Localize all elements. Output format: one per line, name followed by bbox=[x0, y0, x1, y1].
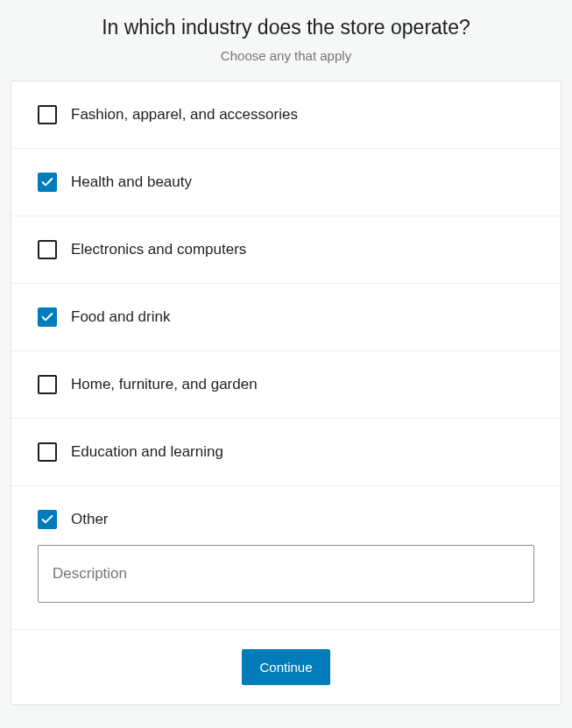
checkbox-other[interactable] bbox=[38, 510, 57, 529]
checkbox-fashion[interactable] bbox=[38, 105, 57, 124]
form-header: In which industry does the store operate… bbox=[0, 0, 572, 81]
option-other-inner: Other bbox=[38, 510, 534, 529]
option-label: Home, furniture, and garden bbox=[71, 376, 258, 393]
check-icon bbox=[40, 310, 54, 324]
option-label: Food and drink bbox=[71, 308, 170, 326]
options-card: Fashion, apparel, and accessories Health… bbox=[11, 81, 561, 705]
option-home[interactable]: Home, furniture, and garden bbox=[11, 351, 561, 419]
option-other[interactable]: Other bbox=[11, 486, 561, 630]
option-food[interactable]: Food and drink bbox=[11, 284, 561, 351]
option-health[interactable]: Health and beauty bbox=[11, 149, 561, 216]
option-label: Electronics and computers bbox=[71, 241, 246, 258]
option-label: Other bbox=[71, 511, 109, 528]
checkbox-health[interactable] bbox=[38, 173, 57, 192]
checkbox-food[interactable] bbox=[38, 307, 57, 327]
industry-form: In which industry does the store operate… bbox=[0, 0, 572, 705]
description-input[interactable] bbox=[38, 545, 534, 603]
option-fashion[interactable]: Fashion, apparel, and accessories bbox=[11, 81, 561, 149]
continue-button[interactable]: Continue bbox=[242, 649, 329, 685]
checkbox-home[interactable] bbox=[38, 375, 57, 394]
option-label: Health and beauty bbox=[71, 173, 192, 191]
form-subtitle: Choose any that apply bbox=[18, 48, 554, 63]
option-label: Education and learning bbox=[71, 443, 223, 461]
option-electronics[interactable]: Electronics and computers bbox=[11, 216, 561, 284]
form-footer: Continue bbox=[11, 630, 561, 704]
checkbox-education[interactable] bbox=[38, 442, 57, 462]
check-icon bbox=[40, 175, 54, 189]
option-label: Fashion, apparel, and accessories bbox=[71, 106, 298, 124]
option-education[interactable]: Education and learning bbox=[11, 419, 561, 486]
check-icon bbox=[40, 512, 54, 527]
checkbox-electronics[interactable] bbox=[38, 240, 57, 259]
form-title: In which industry does the store operate… bbox=[18, 16, 554, 39]
